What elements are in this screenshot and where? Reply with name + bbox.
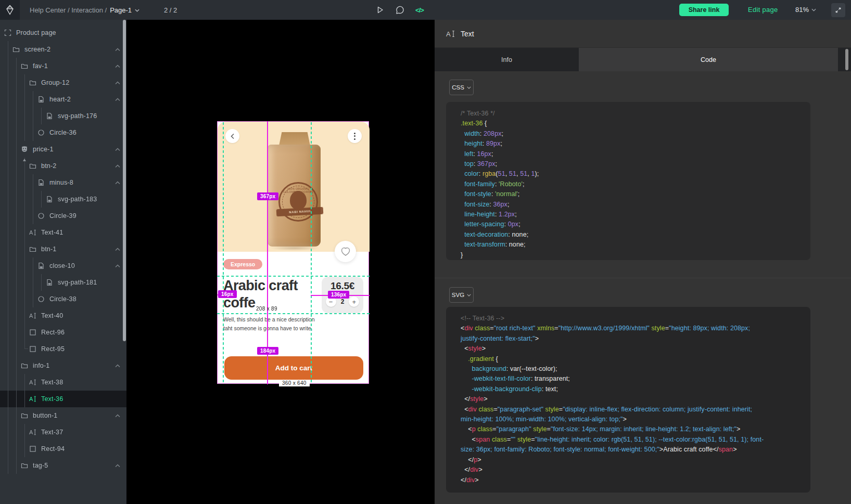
code-line: <span class="" style="line-height: inher…: [461, 435, 801, 445]
tree-guide-line: [8, 324, 8, 341]
css-format-select[interactable]: CSS: [449, 80, 474, 95]
chevron-up-icon[interactable]: [115, 364, 120, 368]
code-line: font-family: 'Roboto';: [461, 179, 801, 189]
layer-row-svg-path-176[interactable]: svg-path-176: [0, 108, 126, 124]
chevron-up-icon[interactable]: [115, 181, 120, 185]
layer-row-Circle-38[interactable]: Circle-38: [0, 291, 126, 307]
tree-guide-line: [33, 291, 33, 307]
plus-button[interactable]: +: [349, 296, 359, 307]
share-link-button[interactable]: Share link: [679, 4, 729, 16]
inspector-tabs: Info Code: [435, 48, 851, 71]
code-line: -webkit-text-fill-color: transparent;: [461, 374, 801, 384]
svg-text:A: A: [29, 429, 33, 435]
panel-scrollbar[interactable]: [845, 49, 848, 70]
layer-row-Text-40[interactable]: AText-40: [0, 307, 126, 324]
zoom-level-control[interactable]: 81%: [795, 6, 816, 14]
layer-row-Text-38[interactable]: AText-38: [0, 374, 126, 391]
chevron-up-icon[interactable]: [115, 48, 120, 51]
layer-row-Circle-39[interactable]: Circle-39: [0, 208, 126, 224]
mask-icon: [21, 146, 28, 153]
layer-row-btn-1[interactable]: btn-1: [0, 241, 126, 257]
layer-row-Rect-95[interactable]: Rect-95: [0, 341, 126, 357]
layer-row-price-1[interactable]: price-1: [0, 141, 126, 158]
circle-icon: [37, 212, 45, 219]
tree-guide-line: [16, 58, 17, 74]
fullscreen-button[interactable]: [831, 3, 845, 17]
tree-guide-line: [8, 141, 8, 158]
edit-page-link[interactable]: Edit page: [748, 6, 778, 14]
text-element-icon: A: [446, 30, 455, 38]
tree-guide-line: [24, 307, 25, 324]
layer-row-info-1[interactable]: info-1: [0, 357, 126, 374]
breadcrumb[interactable]: Help Center / Interaction / Page-1: [30, 0, 139, 20]
layer-row-btn-2[interactable]: btn-2: [0, 158, 126, 174]
tree-guide-line: [33, 91, 33, 108]
favorite-button[interactable]: [335, 241, 356, 262]
back-button[interactable]: [225, 129, 239, 143]
layer-label: svg-path-183: [58, 196, 97, 203]
layer-row-close-10[interactable]: close-10: [0, 257, 126, 274]
tree-guide-line: [33, 208, 33, 224]
svg-icon: [37, 179, 45, 186]
layer-row-tag-5[interactable]: tag-5: [0, 457, 126, 474]
layer-row-svg-path-181[interactable]: svg-path-181: [0, 274, 126, 291]
layer-row-Circle-36[interactable]: Circle-36: [0, 124, 126, 141]
chevron-down-icon[interactable]: [135, 9, 139, 12]
layer-row-screen-2[interactable]: screen-2: [0, 41, 126, 58]
category-tag[interactable]: Expresso: [223, 259, 262, 269]
chevron-up-icon[interactable]: [115, 148, 120, 151]
layer-row-Rect-94[interactable]: Rect-94: [0, 441, 126, 457]
product-image-coffee-bag: 100% ORGANIC COLOMBIAN COFFEE NABI NAHUI: [268, 132, 321, 249]
sidebar-scrollbar[interactable]: [123, 20, 126, 341]
tree-guide-line: [8, 124, 8, 141]
code-line: font-size: 36px;: [461, 200, 801, 210]
app-logo[interactable]: [0, 0, 20, 20]
layer-label: Group-12: [41, 79, 69, 86]
chevron-up-icon[interactable]: [115, 464, 120, 468]
layer-row-Text-41[interactable]: AText-41: [0, 224, 126, 241]
chevron-up-icon[interactable]: [115, 64, 120, 68]
layer-row-svg-path-183[interactable]: svg-path-183: [0, 191, 126, 208]
tree-guide-line: [16, 174, 17, 191]
chevron-up-icon[interactable]: [115, 264, 120, 268]
frame-icon: [4, 29, 11, 36]
tab-code[interactable]: Code: [579, 48, 838, 71]
tree-guide-line: [16, 391, 17, 407]
svg-code-block[interactable]: <!-- Text-36 --><div class="root rich-te…: [446, 307, 810, 493]
chevron-up-icon[interactable]: [115, 414, 120, 418]
layer-row-Text-37[interactable]: AText-37: [0, 424, 126, 441]
rect-icon: [29, 345, 36, 353]
design-canvas[interactable]: 100% ORGANIC COLOMBIAN COFFEE NABI NAHUI…: [126, 20, 435, 504]
chevron-up-icon[interactable]: [115, 164, 120, 168]
layer-row-Product page[interactable]: Product page: [0, 24, 126, 41]
svg-icon: [46, 112, 53, 120]
css-code-block[interactable]: /* Text-36 */.text-36 { width: 208px; he…: [446, 102, 810, 260]
product-description: Well, this should be a nice description …: [223, 315, 315, 333]
tree-guide-line: [16, 357, 17, 374]
layer-row-fav-1[interactable]: fav-1: [0, 58, 126, 74]
tree-guide-line: [41, 274, 42, 291]
layer-row-heart-2[interactable]: heart-2: [0, 91, 126, 108]
tree-guide-line: [24, 74, 25, 91]
chevron-up-icon[interactable]: [115, 98, 120, 101]
layer-row-minus-8[interactable]: minus-8: [0, 174, 126, 191]
tree-guide-line: [8, 307, 8, 324]
layer-label: btn-2: [41, 162, 57, 170]
layers-panel: Product pagescreen-2fav-1Group-12heart-2…: [0, 20, 126, 504]
tree-guide-line: [16, 424, 17, 441]
app-window: Help Center / Interaction / Page-1 2 / 2…: [0, 0, 851, 504]
text-icon: A: [29, 312, 36, 319]
comment-button[interactable]: [392, 3, 407, 17]
play-button[interactable]: [373, 3, 387, 17]
chevron-up-icon[interactable]: [115, 81, 120, 85]
layer-row-Group-12[interactable]: Group-12: [0, 74, 126, 91]
layer-row-Rect-96[interactable]: Rect-96: [0, 324, 126, 341]
layer-row-Text-36[interactable]: AText-36: [0, 391, 126, 407]
chevron-up-icon[interactable]: [115, 248, 120, 251]
code-view-button[interactable]: </>: [412, 3, 427, 17]
svg-format-select[interactable]: SVG: [449, 287, 474, 303]
tab-info[interactable]: Info: [435, 48, 579, 71]
add-to-cart-button[interactable]: Add to cart: [224, 356, 363, 380]
layer-row-button-1[interactable]: button-1: [0, 407, 126, 424]
more-options-button[interactable]: [348, 129, 362, 143]
